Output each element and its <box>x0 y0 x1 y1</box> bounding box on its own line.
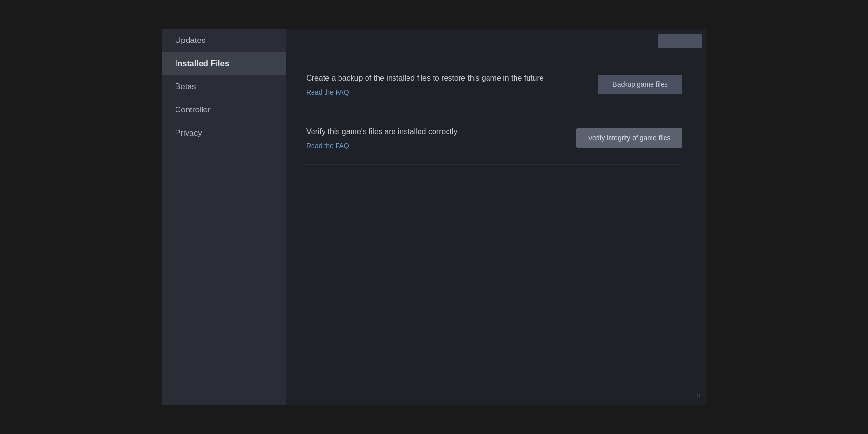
app-wrapper: Updates Installed Files Betas Controller… <box>0 0 868 434</box>
verify-section-title: Verify this game's files are installed c… <box>306 126 557 137</box>
sidebar: Updates Installed Files Betas Controller… <box>162 29 287 405</box>
sidebar-item-updates[interactable]: Updates <box>162 29 286 52</box>
sidebar-item-controller-label: Controller <box>175 105 211 114</box>
sidebar-item-privacy[interactable]: Privacy <box>162 122 286 145</box>
backup-section-title: Create a backup of the installed files t… <box>306 72 579 84</box>
sidebar-item-betas-label: Betas <box>175 82 196 91</box>
verify-faq-link[interactable]: Read the FAQ <box>306 142 349 149</box>
verify-section-left: Verify this game's files are installed c… <box>306 126 557 150</box>
sidebar-item-installed-files-label: Installed Files <box>175 59 229 68</box>
sidebar-item-privacy-label: Privacy <box>175 128 202 137</box>
sidebar-item-betas[interactable]: Betas <box>162 75 286 98</box>
bottom-dots: ⠿ <box>696 392 701 399</box>
sidebar-item-updates-label: Updates <box>175 36 205 45</box>
main-window: Updates Installed Files Betas Controller… <box>162 29 706 405</box>
sidebar-item-controller[interactable]: Controller <box>162 98 286 122</box>
main-content: Create a backup of the installed files t… <box>287 29 706 405</box>
backup-faq-link[interactable]: Read the FAQ <box>306 88 349 96</box>
verify-integrity-button[interactable]: Verify integrity of game files <box>576 128 682 148</box>
backup-section: Create a backup of the installed files t… <box>306 58 682 111</box>
verify-section: Verify this game's files are installed c… <box>306 111 682 165</box>
backup-section-left: Create a backup of the installed files t… <box>306 72 579 96</box>
top-hidden-button <box>658 34 702 48</box>
backup-game-files-button[interactable]: Backup game files <box>598 75 682 94</box>
sidebar-item-installed-files[interactable]: Installed Files <box>162 52 286 75</box>
top-right-area <box>658 34 702 48</box>
